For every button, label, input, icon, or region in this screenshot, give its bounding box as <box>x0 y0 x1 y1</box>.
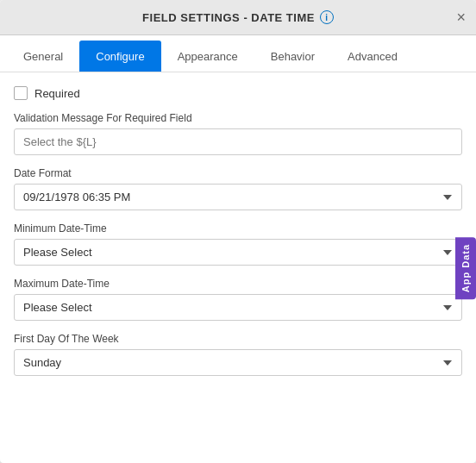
min-datetime-select-wrapper: Please Select <box>14 239 462 266</box>
tab-appearance[interactable]: Appearance <box>161 41 254 72</box>
validation-group: Validation Message For Required Field <box>14 112 462 155</box>
min-datetime-select[interactable]: Please Select <box>14 239 462 266</box>
date-format-select-wrapper: 09/21/1978 06:35 PM <box>14 184 462 210</box>
required-row: Required <box>14 86 462 100</box>
modal-title: FIELD SETTINGS - DATE TIME i <box>142 10 334 24</box>
first-day-select-wrapper: Sunday <box>14 349 462 376</box>
modal-header: FIELD SETTINGS - DATE TIME i × <box>0 0 476 35</box>
first-day-label: First Day Of The Week <box>14 333 462 345</box>
tab-advanced[interactable]: Advanced <box>331 41 414 72</box>
modal-title-text: FIELD SETTINGS - DATE TIME <box>142 11 315 24</box>
validation-label: Validation Message For Required Field <box>14 112 462 124</box>
max-datetime-group: Maximum Date-Time Please Select <box>14 278 462 321</box>
app-data-tab[interactable]: App Data <box>455 236 476 298</box>
tab-general[interactable]: General <box>7 41 79 72</box>
close-button[interactable]: × <box>456 9 466 25</box>
min-datetime-label: Minimum Date-Time <box>14 222 462 235</box>
modal-container: FIELD SETTINGS - DATE TIME i × General C… <box>0 0 476 463</box>
max-datetime-select-wrapper: Please Select <box>14 294 462 321</box>
date-format-group: Date Format 09/21/1978 06:35 PM <box>14 167 462 210</box>
required-label: Required <box>34 87 80 100</box>
validation-input[interactable] <box>14 128 462 155</box>
max-datetime-label: Maximum Date-Time <box>14 278 462 290</box>
first-day-select[interactable]: Sunday <box>14 349 462 376</box>
date-format-label: Date Format <box>14 167 462 179</box>
modal-body: Required Validation Message For Required… <box>0 72 476 463</box>
min-datetime-group: Minimum Date-Time Please Select <box>14 222 462 266</box>
info-icon[interactable]: i <box>320 10 334 24</box>
tab-configure[interactable]: Configure <box>79 41 160 72</box>
date-format-select[interactable]: 09/21/1978 06:35 PM <box>14 184 462 210</box>
tab-behavior[interactable]: Behavior <box>254 41 331 72</box>
tabs-bar: General Configure Appearance Behavior Ad… <box>0 35 476 72</box>
max-datetime-select[interactable]: Please Select <box>14 294 462 321</box>
first-day-group: First Day Of The Week Sunday <box>14 333 462 376</box>
required-checkbox[interactable] <box>14 86 28 100</box>
